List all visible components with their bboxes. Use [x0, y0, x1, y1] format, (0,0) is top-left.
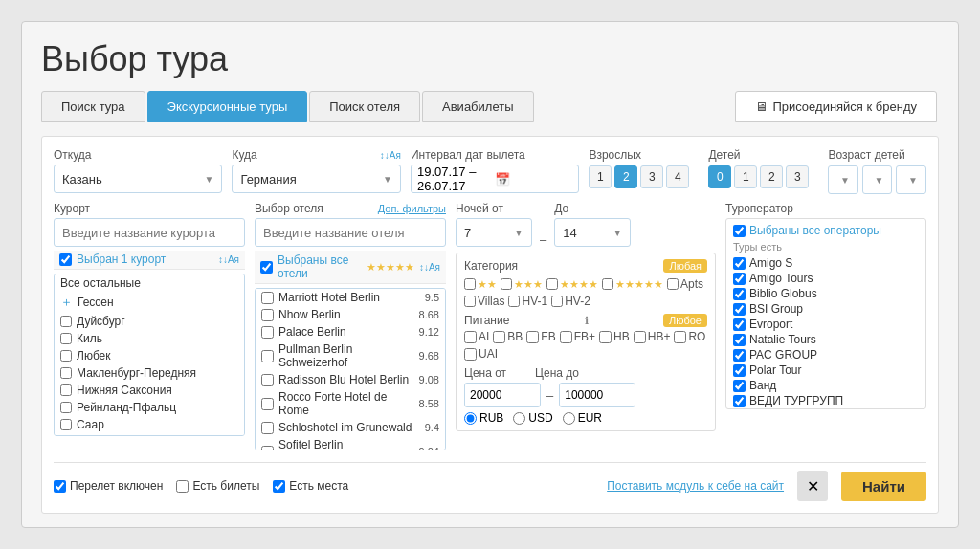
feed-hb[interactable]: HB: [599, 330, 630, 343]
adults-group: Взрослых 1 2 3 4: [589, 148, 689, 194]
form-area: Откуда Казань ▼ Куда ↕↓Ая Германия ▼: [41, 136, 939, 514]
feed-fb[interactable]: FB: [526, 330, 555, 343]
category-options: ★★ ★★★ ★★★★ ★★★★★ Apts Villas HV-1 HV-2: [464, 277, 707, 308]
tab-search[interactable]: Поиск тура: [41, 91, 145, 122]
list-item[interactable]: Нижняя Саксония: [55, 382, 244, 399]
resort-sort-icons[interactable]: ↕↓Ая: [218, 254, 239, 265]
hotel-input[interactable]: [255, 218, 446, 247]
clear-button[interactable]: ✕: [797, 471, 828, 501]
dates-input[interactable]: 19.07.17 – 26.07.17 📅: [411, 165, 579, 193]
touroperator-subtitle: Туры есть: [733, 241, 919, 253]
hotel-item[interactable]: Schloshotel im Grunewald9.4: [256, 419, 445, 436]
cat-opt-4star[interactable]: ★★★★: [546, 277, 598, 291]
to-vand[interactable]: Ванд: [733, 378, 919, 393]
to-amigo-tours[interactable]: Amigo Tours: [733, 271, 919, 286]
resort-all-check[interactable]: [59, 253, 72, 266]
feed-ro[interactable]: RO: [674, 330, 705, 343]
hotel-item[interactable]: Nhow Berlin8.68: [256, 306, 445, 323]
to-sort-icons[interactable]: ↕↓Ая: [380, 150, 401, 161]
from-select[interactable]: Казань ▼: [54, 165, 222, 193]
to-amigo-s[interactable]: Amigo S: [733, 255, 919, 271]
adults-btn-4[interactable]: 4: [666, 165, 689, 188]
feed-uai[interactable]: UAI: [464, 347, 498, 361]
search-button[interactable]: Найти: [841, 472, 926, 501]
hotel-item[interactable]: Pullman Berlin Schweizerhof9.68: [256, 340, 445, 371]
hotel-label-row: Выбор отеля Доп. фильтры: [255, 202, 446, 215]
to-bsi-group[interactable]: BSI Group: [733, 301, 919, 317]
adults-btn-2[interactable]: 2: [614, 165, 637, 188]
feed-hbplus[interactable]: HB+: [634, 330, 671, 343]
adults-btn-3[interactable]: 3: [640, 165, 663, 188]
list-item[interactable]: Рейнланд-Пфальц: [55, 399, 244, 416]
питание-label: Питание: [464, 314, 509, 327]
tab-hotel[interactable]: Поиск отеля: [309, 91, 420, 122]
child-age-select-1[interactable]: ▼: [828, 165, 858, 194]
seats-check[interactable]: Есть места: [273, 479, 348, 493]
tab-avia[interactable]: Авиабилеты: [422, 91, 533, 122]
price-to-input[interactable]: [559, 383, 635, 407]
children-btn-1[interactable]: 1: [734, 165, 757, 188]
list-item[interactable]: Дуйсбург: [55, 313, 244, 330]
list-item[interactable]: Саксония: [55, 433, 244, 436]
children-btn-2[interactable]: 2: [760, 165, 783, 188]
currency-rub[interactable]: RUB: [464, 411, 503, 425]
to-natalie-tours[interactable]: Natalie Tours: [733, 332, 919, 347]
tab-tours[interactable]: Экскурсионные туры: [147, 91, 308, 122]
cat-opt-hv1[interactable]: HV-1: [508, 295, 547, 308]
calendar-icon[interactable]: 📅: [495, 172, 572, 187]
nights-from-select[interactable]: 7 ▼: [456, 218, 532, 247]
resort-all-label: Все остальные: [60, 276, 141, 290]
price-from-input[interactable]: [464, 383, 541, 407]
resort-all-others[interactable]: Все остальные: [55, 274, 244, 292]
to-vedi-turgrupp[interactable]: ВЕДИ ТУРГРУПП: [733, 393, 919, 408]
to-biblio-globus[interactable]: Biblio Globus: [733, 286, 919, 301]
hotel-all-check[interactable]: [260, 261, 273, 274]
touroperator-all-check[interactable]: [733, 225, 746, 237]
hotel-item[interactable]: Marriott Hotel Berlin9.5: [256, 289, 445, 306]
feed-bb[interactable]: BB: [493, 330, 523, 343]
list-item[interactable]: Саар: [55, 416, 244, 433]
child-age-select-2[interactable]: ▼: [862, 165, 893, 194]
cat-opt-villas[interactable]: Villas: [464, 295, 504, 308]
to-polar-tour[interactable]: Polar Tour: [733, 362, 919, 378]
cat-opt-5star[interactable]: ★★★★★: [602, 277, 663, 291]
list-item[interactable]: Киль: [55, 330, 244, 347]
питание-info-icon[interactable]: ℹ: [585, 315, 589, 327]
to-select[interactable]: Германия ▼: [232, 165, 400, 193]
hotel-item[interactable]: Rocco Forte Hotel de Rome8.58: [256, 388, 445, 419]
cat-opt-hv2[interactable]: HV-2: [551, 295, 590, 308]
resort-item-add[interactable]: ＋ Гессен: [55, 292, 244, 313]
list-item[interactable]: Макленбург-Передняя: [55, 364, 244, 382]
adults-btn-1[interactable]: 1: [589, 165, 612, 188]
adults-buttons: 1 2 3 4: [589, 165, 689, 188]
hotel-item[interactable]: Sofitel Berlin Gendarmenmarkt9.04: [256, 436, 445, 450]
children-btn-3[interactable]: 3: [786, 165, 809, 188]
cat-opt-3star[interactable]: ★★★: [501, 277, 543, 291]
hotel-item[interactable]: Radisson Blu Hotel Berlin9.08: [256, 371, 445, 388]
resort-input[interactable]: [54, 218, 245, 247]
nights-to-select[interactable]: 14 ▼: [554, 218, 631, 247]
to-evroport[interactable]: Evroport: [733, 317, 919, 332]
price-to-label: Цена до: [535, 366, 579, 380]
feed-ai[interactable]: AI: [464, 330, 489, 343]
hotel-list-header: Выбраны все отели ★★★★★ ↕↓Ая: [255, 251, 446, 284]
child-age-group: Возраст детей ▼ ▼: [828, 148, 926, 194]
tab-brand[interactable]: 🖥 Присоединяйся к бренду: [735, 91, 937, 122]
hotel-sort-icons[interactable]: ↕↓Ая: [419, 262, 440, 273]
list-item[interactable]: Любек: [55, 347, 244, 364]
cat-opt-apts[interactable]: Apts: [667, 277, 703, 291]
to-pac-group[interactable]: PAC GROUP: [733, 347, 919, 362]
currency-usd[interactable]: USD: [513, 411, 552, 425]
currency-eur[interactable]: EUR: [563, 411, 602, 425]
hotel-item[interactable]: Palace Berlin9.12: [256, 323, 445, 340]
feed-fbplus[interactable]: FB+: [560, 330, 595, 343]
cat-opt-2star[interactable]: ★★: [464, 277, 497, 291]
child-age-row: ▼ ▼ ▼: [828, 165, 926, 194]
page-title: Выбор тура: [41, 39, 939, 79]
tickets-check[interactable]: Есть билеты: [176, 479, 259, 493]
children-btn-0[interactable]: 0: [708, 165, 731, 188]
hotel-addfilter-link[interactable]: Доп. фильтры: [378, 203, 446, 214]
child-age-select-3[interactable]: ▼: [896, 165, 926, 194]
flight-check[interactable]: Перелет включен: [54, 479, 163, 493]
module-link[interactable]: Поставить модуль к себе на сайт: [607, 479, 784, 493]
